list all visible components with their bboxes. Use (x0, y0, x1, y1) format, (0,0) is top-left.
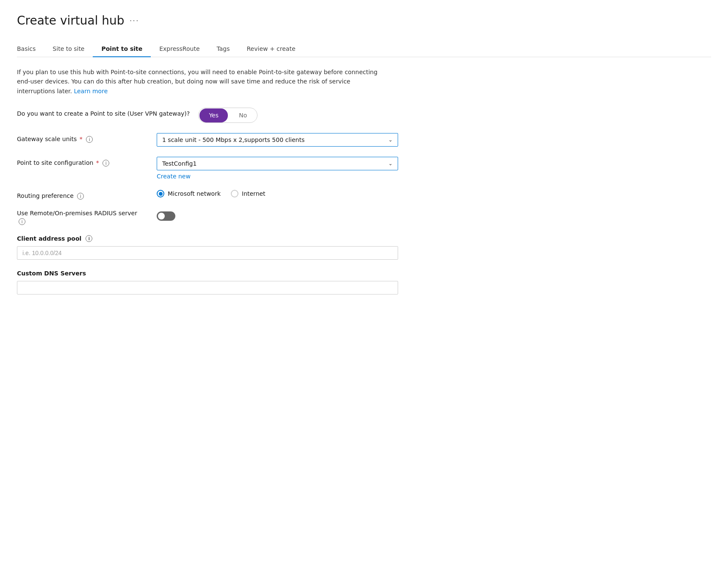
create-point-to-site-row: Do you want to create a Point to site (U… (17, 108, 398, 123)
point-to-site-config-value: TestConfig1 (162, 160, 197, 167)
description-text: If you plan to use this hub with Point-t… (17, 67, 381, 96)
routing-preference-radio-group: Microsoft network Internet (157, 190, 398, 197)
client-address-pool-section-label: Client address pool i (17, 235, 398, 242)
toggle-no[interactable]: No (229, 108, 257, 122)
routing-preference-info-icon[interactable]: i (77, 193, 84, 200)
gateway-scale-units-value: 1 scale unit - 500 Mbps x 2,supports 500… (162, 136, 304, 143)
point-to-site-config-dropdown[interactable]: TestConfig1 ⌄ (157, 157, 398, 170)
point-to-site-config-control: TestConfig1 ⌄ Create new (157, 157, 398, 180)
radius-server-info-icon[interactable]: i (19, 218, 25, 225)
toggle-yes[interactable]: Yes (199, 108, 228, 122)
required-asterisk-2: * (96, 159, 99, 166)
radio-internet-circle (231, 190, 238, 197)
tab-bar: Basics Site to site Point to site Expres… (17, 41, 711, 57)
tab-site-to-site[interactable]: Site to site (44, 41, 93, 57)
radius-server-toggle[interactable] (157, 211, 175, 221)
tab-point-to-site[interactable]: Point to site (93, 41, 151, 57)
create-point-to-site-label: Do you want to create a Point to site (U… (17, 108, 190, 117)
radius-server-control (157, 210, 398, 222)
client-address-pool-info-icon[interactable]: i (86, 235, 92, 242)
radius-server-thumb (158, 213, 165, 219)
form-section: Do you want to create a Point to site (U… (17, 108, 398, 294)
gateway-scale-units-row: Gateway scale units * i 1 scale unit - 5… (17, 133, 398, 147)
routing-preference-label: Routing preference i (17, 190, 148, 200)
page-title: Create virtual hub (17, 14, 125, 28)
gateway-scale-units-dropdown[interactable]: 1 scale unit - 500 Mbps x 2,supports 500… (157, 133, 398, 147)
point-to-site-config-row: Point to site configuration * i TestConf… (17, 157, 398, 180)
client-address-pool-input[interactable] (17, 246, 398, 260)
more-options-icon[interactable]: ··· (130, 16, 139, 25)
radio-internet-label: Internet (242, 190, 266, 197)
client-address-pool-section: Client address pool i (17, 235, 398, 260)
tab-basics[interactable]: Basics (17, 41, 44, 57)
gateway-scale-units-control: 1 scale unit - 500 Mbps x 2,supports 500… (157, 133, 398, 147)
tab-tags[interactable]: Tags (208, 41, 238, 57)
yes-no-toggle[interactable]: Yes No (198, 108, 257, 123)
create-new-link[interactable]: Create new (157, 173, 191, 180)
required-asterisk: * (80, 136, 83, 142)
radio-internet[interactable]: Internet (231, 190, 266, 197)
page-header: Create virtual hub ··· (17, 14, 711, 28)
point-to-site-config-arrow: ⌄ (388, 161, 393, 167)
custom-dns-section-label: Custom DNS Servers (17, 270, 398, 277)
tab-review-create[interactable]: Review + create (238, 41, 304, 57)
gateway-scale-units-info-icon[interactable]: i (86, 136, 93, 143)
tab-expressroute[interactable]: ExpressRoute (151, 41, 208, 57)
custom-dns-section: Custom DNS Servers (17, 270, 398, 294)
routing-preference-row: Routing preference i Microsoft network I… (17, 190, 398, 200)
radius-server-track (157, 211, 175, 221)
radius-server-row: Use Remote/On-premises RADIUS server i (17, 210, 398, 225)
gateway-scale-units-label: Gateway scale units * i (17, 133, 148, 143)
learn-more-link[interactable]: Learn more (74, 88, 108, 94)
radio-microsoft-network[interactable]: Microsoft network (157, 190, 221, 197)
routing-preference-control: Microsoft network Internet (157, 190, 398, 197)
radius-server-label: Use Remote/On-premises RADIUS server i (17, 210, 148, 225)
point-to-site-config-label: Point to site configuration * i (17, 157, 148, 167)
create-point-to-site-toggle-container: Yes No (198, 108, 398, 123)
custom-dns-input[interactable] (17, 281, 398, 294)
radio-microsoft-network-label: Microsoft network (168, 190, 221, 197)
radio-microsoft-network-circle (157, 190, 164, 197)
point-to-site-config-info-icon[interactable]: i (102, 160, 109, 167)
gateway-scale-units-arrow: ⌄ (388, 137, 393, 143)
